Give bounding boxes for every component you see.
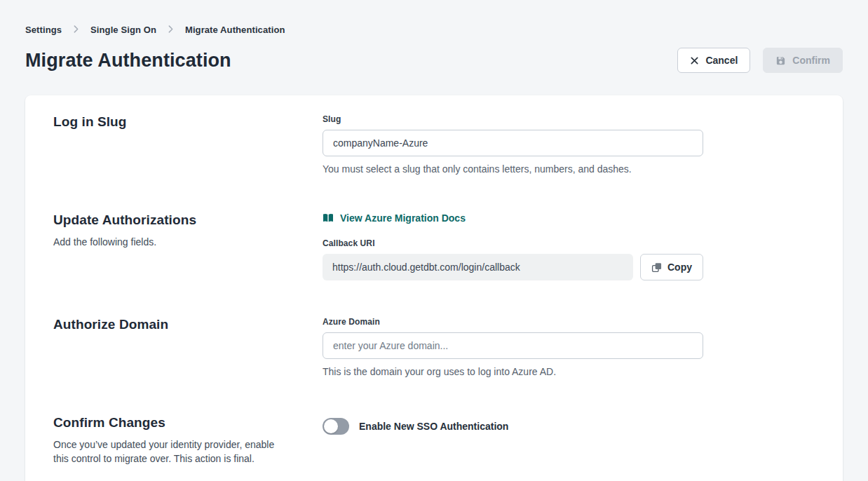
confirm-button[interactable]: Confirm [763, 48, 843, 73]
section-update-authorizations-left: Update Authorizations Add the following … [53, 212, 323, 280]
toggle-knob [324, 419, 338, 433]
book-icon [323, 213, 334, 223]
cancel-label: Cancel [705, 55, 738, 65]
section-confirm-changes: Confirm Changes Once you’ve updated your… [53, 415, 815, 466]
settings-card: Log in Slug Slug You must select a slug … [25, 95, 843, 481]
slug-helper-text: You must select a slug that only contain… [323, 163, 703, 176]
chevron-right-icon [74, 23, 79, 36]
callback-uri-input[interactable] [323, 254, 633, 280]
enable-sso-toggle-row: Enable New SSO Authentication [323, 418, 703, 435]
enable-sso-toggle-label: Enable New SSO Authentication [359, 421, 508, 432]
section-authorize-domain-right: Azure Domain This is the domain your org… [323, 317, 703, 379]
chevron-right-icon [168, 23, 173, 36]
section-authorize-domain-left: Authorize Domain [53, 317, 323, 379]
section-confirm-changes-right: Enable New SSO Authentication [323, 415, 703, 466]
copy-button[interactable]: Copy [640, 254, 703, 280]
slug-label: Slug [323, 114, 703, 124]
confirm-changes-heading: Confirm Changes [53, 415, 323, 431]
cancel-button[interactable]: Cancel [677, 48, 750, 73]
azure-domain-input[interactable] [323, 332, 703, 359]
breadcrumb: Settings Single Sign On Migrate Authenti… [25, 23, 843, 36]
section-update-authorizations-right: View Azure Migration Docs Callback URI C… [323, 212, 703, 280]
login-slug-heading: Log in Slug [53, 114, 323, 130]
slug-input[interactable] [323, 130, 703, 156]
section-authorize-domain: Authorize Domain Azure Domain This is th… [53, 317, 815, 379]
breadcrumb-current-page: Migrate Authentication [185, 25, 285, 35]
confirm-changes-description: Once you’ve updated your identity provid… [53, 438, 286, 466]
page-title: Migrate Authentication [25, 50, 231, 72]
section-update-authorizations: Update Authorizations Add the following … [53, 212, 815, 280]
azure-domain-helper-text: This is the domain your org uses to log … [323, 365, 703, 379]
update-authorizations-heading: Update Authorizations [53, 212, 323, 228]
header-actions: Cancel Confirm [677, 48, 843, 73]
page: Settings Single Sign On Migrate Authenti… [0, 0, 868, 481]
section-login-slug: Log in Slug Slug You must select a slug … [53, 114, 815, 176]
azure-domain-label: Azure Domain [323, 317, 703, 327]
confirm-label: Confirm [792, 55, 830, 65]
section-login-slug-left: Log in Slug [53, 114, 323, 176]
callback-uri-label: Callback URI [323, 238, 703, 248]
enable-sso-toggle[interactable] [323, 418, 349, 435]
update-authorizations-description: Add the following fields. [53, 235, 286, 249]
save-icon [775, 55, 786, 66]
breadcrumb-settings[interactable]: Settings [25, 25, 62, 35]
authorize-domain-heading: Authorize Domain [53, 317, 323, 332]
copy-label: Copy [667, 262, 692, 273]
page-header: Migrate Authentication Cancel Confirm [25, 48, 843, 73]
callback-uri-row: Copy [323, 254, 703, 280]
section-login-slug-right: Slug You must select a slug that only co… [323, 114, 703, 176]
copy-icon [651, 262, 662, 273]
view-azure-migration-docs-link[interactable]: View Azure Migration Docs [323, 212, 466, 224]
breadcrumb-single-sign-on[interactable]: Single Sign On [90, 25, 156, 35]
close-icon [690, 56, 699, 65]
docs-link-label: View Azure Migration Docs [340, 212, 466, 224]
section-confirm-changes-left: Confirm Changes Once you’ve updated your… [53, 415, 323, 466]
